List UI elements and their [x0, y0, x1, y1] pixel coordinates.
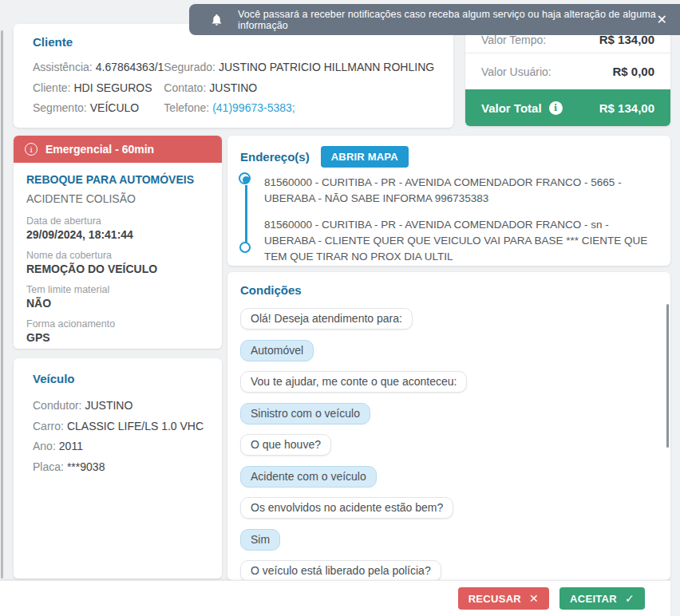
- field-segurado: Segurado:JUSTINO PATRICIO HILLMANN ROHLI…: [164, 57, 434, 78]
- cliente-title: Cliente: [33, 35, 434, 49]
- timeline-connector: [245, 185, 247, 243]
- chat-bubble-question: Os envolvidos no acidente estão bem?: [240, 497, 453, 519]
- abrir-mapa-button[interactable]: ABRIR MAPA: [321, 146, 409, 168]
- enderecos-card: Endereço(s) ABRIR MAPA 81560000 - CURITI…: [227, 136, 670, 266]
- field-cliente: Cliente:HDI SEGUROS: [33, 78, 164, 99]
- enderecos-title: Endereço(s): [240, 150, 310, 164]
- address-item: 81560000 - CURITIBA - PR - AVENIDA COMEN…: [264, 217, 661, 265]
- field-telefone: Telefone:(41)99673-5383;: [164, 98, 434, 119]
- detail-cobertura: Nome da cobertura REMOÇÃO DO VEÍCULO: [26, 250, 209, 275]
- recusar-button[interactable]: RECUSAR ✕: [458, 587, 549, 610]
- veiculo-card: Veículo Condutor:JUSTINO Carro:CLASSIC L…: [14, 358, 222, 578]
- chat-bubble-question: Olá! Deseja atendimento para:: [240, 308, 413, 330]
- chat-bubble-question: O que houve?: [240, 434, 331, 456]
- notification-bar: Você passará a receber notificações caso…: [189, 4, 680, 35]
- valores-card: Valor Tempo: R$ 134,00 Valor Usuário: R$…: [465, 26, 670, 126]
- chat-bubble-answer: Sinistro com o veículo: [240, 403, 370, 424]
- address-timeline: [239, 172, 255, 260]
- aceitar-button[interactable]: ACEITAR ✓: [559, 587, 645, 610]
- detail-limite: Tem limite material NÃO: [26, 284, 209, 310]
- servico-subtitle: ACIDENTE COLISÃO: [26, 192, 209, 205]
- detail-acionamento: Forma acionamento GPS: [26, 318, 209, 344]
- destination-radio-icon[interactable]: [239, 242, 251, 253]
- valor-total-label: Valor Total: [481, 101, 542, 115]
- field-segmento: Segmento:VEÍCULO: [33, 98, 164, 119]
- cliente-card: Cliente Assistência:4.67864363/1 Cliente…: [14, 24, 453, 128]
- chat-bubble-answer: Sim: [240, 529, 280, 551]
- origin-radio-icon[interactable]: [239, 172, 251, 184]
- detail-data-abertura: Data de abertura 29/09/2024, 18:41:44: [26, 215, 209, 241]
- x-icon: ✕: [529, 592, 539, 605]
- chat-bubble-question: O veículo está liberado pela polícia?: [240, 560, 441, 580]
- chat-scrollbar[interactable]: [666, 304, 669, 448]
- field-condutor: Condutor:JUSTINO: [33, 396, 203, 417]
- info-outline-icon: i: [25, 143, 38, 156]
- field-ano: Ano:2011: [33, 436, 203, 457]
- chat-bubble-question: Vou te ajudar, me conte o que aconteceu:: [240, 371, 467, 393]
- page-scrollbar[interactable]: [1, 30, 3, 578]
- info-icon[interactable]: i: [549, 101, 563, 115]
- chat-bubble-answer: Acidente com o veículo: [240, 466, 377, 488]
- close-icon[interactable]: ✕: [657, 14, 667, 26]
- emergencial-banner: i Emergencial - 60min: [14, 136, 222, 163]
- address-item: 81560000 - CURITIBA - PR - AVENIDA COMEN…: [264, 175, 661, 207]
- chat-bubble-answer: Automóvel: [240, 340, 314, 361]
- servico-title: REBOQUE PARA AUTOMÓVEIS: [26, 173, 209, 186]
- recusar-label: RECUSAR: [468, 593, 521, 605]
- field-carro: Carro:CLASSIC LIFE/LS 1.0 VHC: [33, 417, 203, 437]
- field-assistencia: Assistência:4.67864363/1: [33, 57, 164, 78]
- valor-total-value: R$ 134,00: [599, 101, 654, 115]
- condicoes-title: Condições: [240, 283, 658, 297]
- veiculo-title: Veículo: [33, 372, 203, 385]
- action-bar: RECUSAR ✕ ACEITAR ✓: [0, 580, 670, 616]
- condicoes-card: Condições Olá! Deseja atendimento para: …: [227, 272, 670, 580]
- phone-link[interactable]: (41)99673-5383;: [212, 101, 295, 114]
- valor-total-row: Valor Total i R$ 134,00: [465, 89, 670, 126]
- servico-card: i Emergencial - 60min REBOQUE PARA AUTOM…: [14, 136, 222, 349]
- check-icon: ✓: [625, 592, 635, 605]
- aceitar-label: ACEITAR: [570, 593, 617, 605]
- notification-text: Você passará a receber notificações caso…: [238, 9, 657, 31]
- bell-icon: [210, 13, 223, 27]
- field-contato: Contato:JUSTINO: [164, 78, 434, 99]
- valor-usuario-row: Valor Usuário: R$ 0,00: [465, 53, 670, 89]
- emergencial-label: Emergencial - 60min: [45, 143, 154, 156]
- field-placa: Placa:***9038: [33, 457, 203, 478]
